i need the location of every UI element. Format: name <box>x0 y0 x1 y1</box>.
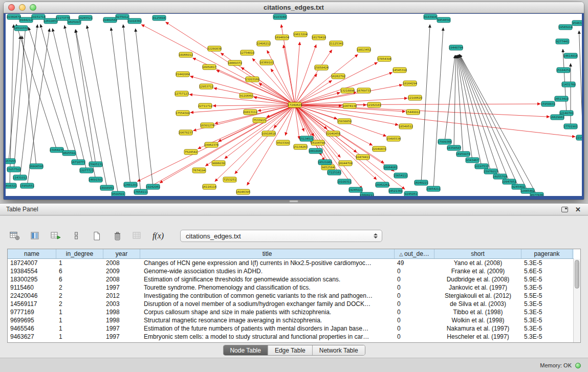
graph-node[interactable]: 22711712 <box>198 103 212 108</box>
graph-node[interactable]: 21018362 <box>127 18 142 24</box>
graph-node[interactable]: 18950617 <box>202 64 216 70</box>
graph-node[interactable]: 16055709 <box>493 174 507 179</box>
graph-node[interactable]: 15684211 <box>360 192 374 196</box>
graph-node[interactable]: 18549512 <box>399 124 413 129</box>
table-options-icon[interactable] <box>8 230 21 242</box>
graph-node[interactable]: 16262792 <box>331 74 345 79</box>
graph-node[interactable]: 19151714 <box>31 14 46 19</box>
graph-node[interactable]: 16510332 <box>14 26 28 31</box>
graph-node[interactable]: 21442064 <box>176 72 190 77</box>
table-row[interactable]: 946554611997Estimation of the future num… <box>8 324 574 333</box>
graph-node[interactable]: 22040458 <box>326 131 340 136</box>
graph-node[interactable]: 9277441 <box>556 39 569 44</box>
graph-node[interactable]: 16046395 <box>236 189 250 194</box>
window-titlebar[interactable]: citations_edges.txt <box>4 2 584 13</box>
table-row[interactable]: 946362711997Embryonic stem cells: a mode… <box>8 333 574 341</box>
close-panel-icon[interactable]: ✕ <box>575 206 581 213</box>
graph-node[interactable]: 7524542 <box>184 149 198 155</box>
table-row[interactable]: 911546021997Tourette syndrome. Phenomeno… <box>8 283 574 292</box>
graph-node[interactable]: 9605592 <box>62 150 76 156</box>
graph-node[interactable]: 18066012 <box>179 52 193 57</box>
graph-node[interactable]: 18369103 <box>259 60 274 65</box>
graph-node[interactable]: 22280838 <box>207 46 222 51</box>
graph-node[interactable]: 15858424 <box>314 65 329 70</box>
graph-node[interactable]: 16618061 <box>309 148 323 154</box>
graph-node[interactable]: 10474138 <box>342 103 357 108</box>
graph-node[interactable]: 12108620 <box>408 95 422 100</box>
graph-node[interactable]: 20678237 <box>179 130 193 135</box>
graph-node[interactable]: 18008951 <box>100 185 114 190</box>
graph-node[interactable]: 17225161 <box>327 170 341 175</box>
graph-node[interactable]: 18669372 <box>228 60 242 65</box>
graph-node[interactable]: 20057055 <box>6 159 16 164</box>
graph-node[interactable]: 15838850 <box>337 119 352 124</box>
graph-node[interactable]: 19613204 <box>293 32 308 37</box>
close-window-button[interactable] <box>8 4 15 11</box>
graph-node[interactable]: 9343467 <box>466 158 479 163</box>
graph-node[interactable]: 9500501 <box>112 191 125 196</box>
column-header-title[interactable]: title <box>140 249 395 258</box>
graph-node[interactable]: 20813112 <box>243 110 257 115</box>
graph-node[interactable]: 18358587 <box>447 145 461 150</box>
graph-node[interactable]: 12953712 <box>199 84 213 89</box>
graph-node[interactable]: 14545318 <box>393 68 407 73</box>
graph-node[interactable]: 16716771 <box>71 160 85 165</box>
table-scrollbar[interactable] <box>573 259 580 342</box>
graph-node[interactable]: 12757123 <box>175 91 189 96</box>
graph-node[interactable]: 9454658 <box>437 17 450 23</box>
graph-node[interactable]: 15184252 <box>556 68 571 73</box>
graph-node[interactable]: 11431012 <box>13 175 27 180</box>
graph-node[interactable]: 17854306 <box>377 56 391 61</box>
graph-node[interactable]: 7674194 <box>192 168 206 173</box>
graph-node[interactable]: 8125694 <box>153 15 166 20</box>
graph-node[interactable]: 16048221 <box>414 180 428 185</box>
graph-node[interactable]: 14614816 <box>563 53 578 58</box>
table-row[interactable]: 1456911722003Disruption of a novel membe… <box>8 300 574 308</box>
edit-table-icon[interactable] <box>49 230 62 242</box>
table-row[interactable]: 1830029562008Estimation of significance … <box>8 275 574 283</box>
hub-node[interactable]: 17240624 <box>288 102 302 107</box>
graph-node[interactable]: 9245051 <box>404 191 418 196</box>
graph-node[interactable]: 9886038 <box>212 161 225 166</box>
graph-node[interactable]: 8183048 <box>273 14 287 19</box>
graph-node[interactable]: 18698321 <box>6 183 17 188</box>
graph-node[interactable]: 12162181 <box>367 102 381 107</box>
graph-node[interactable]: 12481201 <box>123 182 138 187</box>
delete-column-icon[interactable] <box>111 230 124 242</box>
graph-node[interactable]: 10100311 <box>337 179 352 184</box>
table-row[interactable]: 969969511998Structural magnetic resonanc… <box>8 316 574 324</box>
graph-node[interactable]: 18521061 <box>318 160 332 165</box>
table-row[interactable]: 1872400712008Changes of HCN gene express… <box>8 259 574 267</box>
graph-node[interactable]: 9852584 <box>321 165 335 170</box>
graph-node[interactable]: 16769731 <box>357 88 371 93</box>
graph-node[interactable]: 8577836 <box>530 192 543 196</box>
graph-node[interactable]: 17654111 <box>134 189 148 194</box>
graph-node[interactable]: 16629861 <box>550 115 564 120</box>
graph-node[interactable]: 20360674 <box>7 14 21 19</box>
table-row[interactable]: 1938455462009Genome-wide association stu… <box>8 267 574 275</box>
graph-node[interactable]: 14513410 <box>554 96 569 101</box>
graph-node[interactable]: 18164294 <box>403 81 417 86</box>
graph-node[interactable]: 10947852 <box>502 179 516 184</box>
graph-node[interactable]: 18265521 <box>78 15 93 20</box>
column-header-in_degree[interactable]: in_degree <box>56 249 103 258</box>
graph-node[interactable]: 15449912 <box>406 110 420 115</box>
graph-node[interactable]: 17554300 <box>176 111 190 116</box>
graph-node[interactable]: 10474411 <box>356 155 370 160</box>
graph-node[interactable]: 15495534 <box>386 136 401 141</box>
graph-node[interactable]: 7253251 <box>223 177 236 182</box>
graph-node[interactable]: 20460568 <box>103 17 117 23</box>
graph-node[interactable]: 8183904 <box>424 14 437 19</box>
graph-node[interactable]: 22406212 <box>256 41 271 46</box>
graph-node[interactable]: 12754810 <box>240 50 254 55</box>
minimize-window-button[interactable] <box>19 4 26 11</box>
graph-node[interactable]: 26806595 <box>29 164 43 169</box>
graph-node[interactable]: 15134263 <box>293 144 308 149</box>
graph-node[interactable]: 22040831 <box>372 146 386 151</box>
graph-node[interactable]: 18301276 <box>200 123 214 128</box>
tab-edge-table[interactable]: Edge Table <box>268 345 313 355</box>
tab-node-table[interactable]: Node Table <box>223 345 268 355</box>
graph-node[interactable]: 17701901 <box>563 124 578 129</box>
graph-node[interactable]: 19242061 <box>146 184 160 189</box>
graph-node[interactable]: 16116114 <box>202 184 216 189</box>
